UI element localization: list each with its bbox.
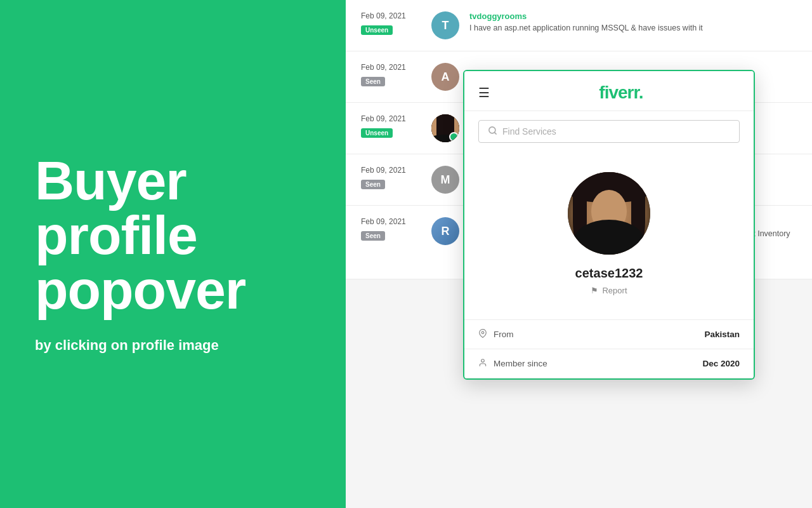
member-since-value: Dec 2020 bbox=[702, 359, 740, 368]
svg-point-2 bbox=[481, 331, 484, 334]
info-row-from: From Pakistan bbox=[464, 320, 754, 349]
message-content: tvdoggyrooms I have an asp.net applicati… bbox=[469, 11, 797, 34]
message-meta: Feb 09, 2021 Seen bbox=[361, 166, 421, 189]
location-icon bbox=[478, 329, 487, 340]
message-meta: Feb 09, 2021 Seen bbox=[361, 217, 421, 241]
avatar[interactable] bbox=[431, 114, 459, 142]
profile-avatar bbox=[568, 172, 650, 255]
message-date: Feb 09, 2021 bbox=[361, 166, 421, 175]
list-item: Feb 09, 2021 Unseen T tvdoggyrooms I hav… bbox=[346, 0, 812, 51]
avatar[interactable]: A bbox=[431, 63, 459, 91]
profile-username: cetase1232 bbox=[575, 266, 643, 281]
message-date: Feb 09, 2021 bbox=[361, 114, 421, 123]
status-badge: Seen bbox=[361, 180, 385, 189]
search-bar[interactable]: Find Services bbox=[478, 120, 740, 143]
search-input[interactable]: Find Services bbox=[502, 126, 730, 137]
left-panel: Buyer profile popover by clicking on pro… bbox=[0, 0, 346, 508]
status-badge: Seen bbox=[361, 77, 385, 86]
profile-card: cetase1232 ⚑ Report bbox=[464, 152, 754, 309]
fiverr-nav: ☰ fiverr. bbox=[464, 71, 754, 111]
report-button[interactable]: ⚑ Report bbox=[591, 286, 627, 295]
message-meta: Feb 09, 2021 Unseen bbox=[361, 114, 421, 138]
message-date: Feb 09, 2021 bbox=[361, 63, 421, 72]
info-row-member: Member since Dec 2020 bbox=[464, 349, 754, 378]
right-panel: Feb 09, 2021 Unseen T tvdoggyrooms I hav… bbox=[346, 0, 812, 508]
subtitle: by clicking on profile image bbox=[35, 336, 311, 356]
svg-line-1 bbox=[494, 132, 496, 134]
message-date: Feb 09, 2021 bbox=[361, 217, 421, 226]
svg-point-3 bbox=[481, 359, 485, 363]
status-badge: Seen bbox=[361, 231, 385, 241]
profile-info: From Pakistan Member since Dec 2020 bbox=[464, 319, 754, 378]
message-preview: I have an asp.net application running MS… bbox=[469, 23, 797, 34]
message-meta: Feb 09, 2021 Seen bbox=[361, 63, 421, 86]
message-meta: Feb 09, 2021 Unseen bbox=[361, 11, 421, 35]
hamburger-icon[interactable]: ☰ bbox=[478, 85, 490, 100]
person-icon bbox=[478, 358, 487, 369]
main-heading: Buyer profile popover bbox=[35, 153, 311, 317]
message-username[interactable]: tvdoggyrooms bbox=[469, 11, 797, 21]
info-left-from: From bbox=[478, 329, 514, 340]
info-left-member: Member since bbox=[478, 358, 547, 369]
flag-icon: ⚑ bbox=[591, 286, 598, 295]
avatar[interactable]: R bbox=[431, 217, 459, 245]
status-badge: Unseen bbox=[361, 25, 393, 35]
popover: ☰ fiverr. Find Services bbox=[463, 70, 755, 380]
avatar[interactable]: T bbox=[431, 11, 459, 39]
member-since-label: Member since bbox=[494, 359, 547, 368]
report-label: Report bbox=[602, 286, 627, 295]
from-value: Pakistan bbox=[704, 330, 740, 339]
from-label: From bbox=[494, 330, 514, 339]
fiverr-logo: fiverr. bbox=[502, 83, 740, 103]
search-icon bbox=[488, 126, 497, 137]
status-badge: Unseen bbox=[361, 128, 393, 138]
message-date: Feb 09, 2021 bbox=[361, 11, 421, 20]
popover-inner[interactable]: ☰ fiverr. Find Services bbox=[464, 71, 754, 378]
avatar[interactable]: M bbox=[431, 166, 459, 194]
